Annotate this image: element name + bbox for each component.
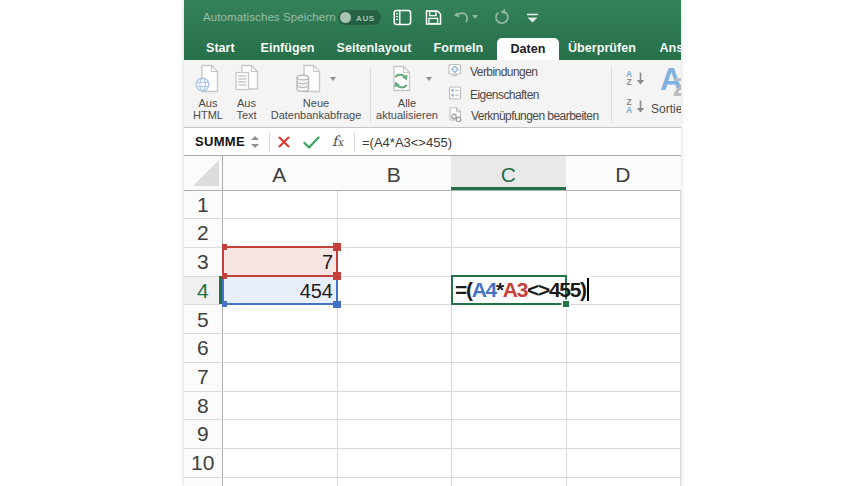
gridline-vertical (680, 190, 681, 486)
formula-part: =( (455, 278, 472, 301)
ribbon-button-sort-asc[interactable]: A Z (624, 70, 650, 88)
arrow-down-icon (636, 72, 645, 85)
insert-function-icon[interactable]: fx (332, 133, 343, 149)
range-handle (333, 243, 341, 251)
ribbon-button-aus-html[interactable] (188, 64, 228, 97)
row-header-8[interactable]: 8 (184, 391, 222, 420)
ribbon-button-alle-aktualisieren[interactable] (380, 64, 420, 97)
undo-caret-icon[interactable] (472, 15, 478, 19)
screen: Automatisches Speichern AUS (0, 0, 864, 486)
select-all-corner[interactable] (184, 156, 222, 189)
database-query-icon (295, 79, 322, 96)
gridline-horizontal (184, 419, 680, 420)
gridline-vertical (451, 190, 452, 486)
group-separator (611, 66, 612, 122)
sidebar-icon[interactable] (393, 8, 412, 27)
sort-letters: A Z (624, 70, 634, 86)
ribbon-button-sortieren[interactable]: A Z Sortieren (650, 62, 681, 126)
corner-triangle-icon (193, 160, 219, 186)
excel-window: Automatisches Speichern AUS (184, 0, 681, 486)
edit-cell-fill-handle[interactable] (563, 301, 569, 307)
range-handle (222, 273, 227, 279)
ribbon-button-label: Alleaktualisieren (352, 98, 462, 121)
tab-seitenlayout[interactable]: Seitenlayout (337, 36, 412, 60)
undo-icon[interactable] (452, 8, 471, 27)
enter-icon[interactable] (303, 136, 320, 149)
redo-icon[interactable] (492, 8, 511, 27)
save-icon[interactable] (424, 8, 443, 27)
sort-letters: Z A (624, 98, 634, 114)
name-box-stepper[interactable] (250, 135, 260, 149)
tab-einfuegen[interactable]: Einfügen (261, 36, 315, 60)
row-header-10[interactable]: 10 (184, 448, 222, 477)
name-box[interactable]: SUMME (195, 134, 245, 149)
formula-part: <>455) (527, 278, 586, 301)
ribbon-button-aus-text[interactable] (227, 64, 267, 97)
gridline-horizontal (184, 333, 680, 334)
formula-bar-input[interactable]: =(A4*A3<>455) (362, 135, 452, 150)
formula-bar: SUMME fx =(A4*A3<>455) (184, 128, 681, 156)
gridline-vertical (222, 156, 223, 486)
active-column-indicator (451, 187, 566, 190)
gridline-vertical (566, 190, 567, 486)
window-chrome: Automatisches Speichern AUS (184, 0, 681, 60)
stepper-up-icon[interactable] (251, 136, 259, 140)
titlebar[interactable]: Automatisches Speichern AUS (184, 0, 681, 36)
ribbon: AusHTML AusText NeueDatenbankabfrage All… (184, 60, 681, 128)
row-header-9[interactable]: 9 (184, 419, 222, 448)
column-header-d[interactable]: D (566, 156, 681, 189)
stepper-down-icon[interactable] (251, 144, 259, 148)
cell-a3-value: 7 (222, 247, 333, 275)
formula-part: A4 (472, 278, 496, 301)
cancel-icon[interactable] (278, 136, 290, 148)
cell-a4-value: 454 (222, 276, 333, 304)
row-header-4[interactable]: 4 (184, 276, 222, 305)
dropdown-caret-icon[interactable] (330, 77, 336, 81)
ribbon-button-label: Verbindungen (470, 65, 537, 79)
text-file-icon (234, 79, 260, 96)
tab-daten[interactable]: Daten (497, 38, 559, 60)
ribbon-button-label: Eigenschaften (470, 88, 539, 102)
tab-formeln[interactable]: Formeln (434, 36, 484, 60)
toggle-knob-icon (340, 12, 351, 23)
row-header-7[interactable]: 7 (184, 362, 222, 391)
ribbon-tab-bar: StartEinfügenSeitenlayoutFormelnDatenÜbe… (184, 36, 681, 60)
toolbar-options-icon[interactable] (523, 8, 542, 27)
row-header-3[interactable]: 3 (184, 247, 222, 276)
row-header-5[interactable]: 5 (184, 304, 222, 333)
gridline-horizontal (184, 477, 680, 478)
connections-icon (448, 63, 462, 81)
gridline-horizontal (184, 391, 680, 392)
refresh-icon (387, 79, 414, 96)
text-cursor (587, 278, 589, 301)
column-header-b[interactable]: B (337, 156, 452, 189)
ribbon-button-neue-datenbankabfrage[interactable] (288, 64, 328, 97)
ribbon-button-label: Verknüpfungen bearbeiten (471, 109, 599, 123)
gridline-horizontal (184, 448, 680, 449)
header-bottom-border (184, 190, 680, 191)
column-header-a[interactable]: A (222, 156, 337, 189)
ribbon-button-eigenschaften[interactable]: Eigenschaften (448, 87, 539, 103)
ribbon-button-verbindungen[interactable]: Verbindungen (448, 64, 537, 80)
tab-ansicht[interactable]: Ansicht (660, 36, 682, 60)
row-header-1[interactable]: 1 (184, 190, 222, 219)
gridline-horizontal (184, 218, 680, 219)
ribbon-button-sort-desc[interactable]: Z A (624, 98, 650, 116)
range-handle (333, 272, 341, 280)
range-handle (222, 244, 227, 250)
row-header-2[interactable]: 2 (184, 218, 222, 247)
arrow-down-icon (636, 100, 645, 113)
sheet-grid: ABCD123456789107454=(A4*A3<>455) (184, 156, 681, 486)
range-handle (222, 301, 227, 307)
ribbon-button-verknuepfungen-bearbeiten[interactable]: Verknüpfungen bearbeiten (448, 108, 599, 124)
gridline-horizontal (184, 362, 680, 363)
tab-ueberpruefen[interactable]: Überprüfen (568, 36, 636, 60)
dropdown-caret-icon[interactable] (426, 77, 432, 81)
row-header-6[interactable]: 6 (184, 333, 222, 362)
column-header-c[interactable]: C (451, 156, 566, 189)
autosave-toggle[interactable]: AUS (338, 10, 381, 25)
gridline-vertical (337, 190, 338, 486)
tab-start[interactable]: Start (206, 36, 235, 60)
ribbon-button-label: Sortieren (651, 102, 681, 116)
edit-cell-input[interactable]: =(A4*A3<>455) (455, 278, 589, 302)
